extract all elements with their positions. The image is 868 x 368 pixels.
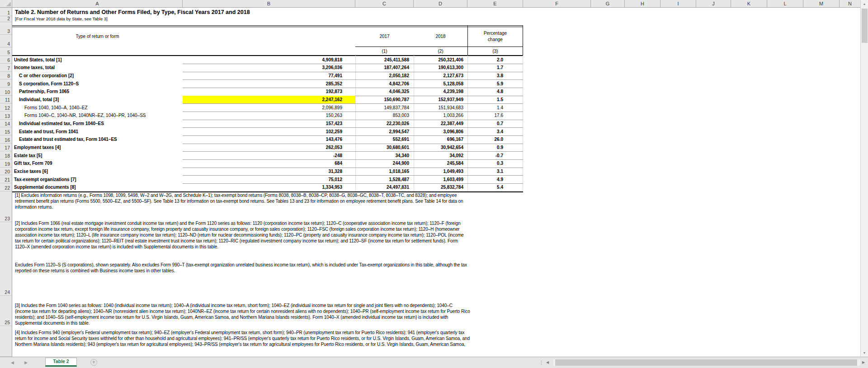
rule-table-bottom — [12, 191, 523, 192]
cell-diff: 4,909,818 — [322, 56, 343, 64]
pct-col-right-border — [523, 25, 523, 55]
cell-2018: 696,167 — [447, 135, 463, 144]
cell-2017: 22,230,026 — [387, 120, 409, 128]
cell-2018: 22,387,449 — [441, 120, 463, 128]
row-header-8[interactable]: 8 — [0, 72, 12, 80]
row-header-14[interactable]: 14 — [0, 120, 12, 128]
column-header-a[interactable]: A — [12, 0, 183, 7]
tab-scroll-splitter-icon[interactable]: ⋮ — [539, 357, 544, 368]
vertical-scroll-thumb[interactable] — [862, 9, 868, 43]
table-row-10[interactable]: Partnership, Form 1065192,8734,046,3254,… — [12, 88, 523, 96]
sheet-nav-left-icon[interactable]: ◀ — [11, 357, 14, 368]
row-header-24[interactable]: 24 — [0, 222, 12, 296]
footnote-line-fn4: [4] Includes Forms 940 (employer's Feder… — [15, 330, 464, 335]
row-header-22[interactable]: 22 — [0, 183, 12, 191]
table-row-17[interactable]: Employment taxes [4]262,05330,680,60130,… — [12, 144, 523, 152]
row-header-18[interactable]: 18 — [0, 151, 12, 159]
cell-2018: 190,613,300 — [438, 64, 463, 72]
row-header-7[interactable]: 7 — [0, 64, 12, 72]
row-header-9[interactable]: 9 — [0, 79, 12, 88]
sheet-nav-right-icon[interactable]: ▶ — [24, 357, 28, 368]
row-header-12[interactable]: 12 — [0, 103, 12, 112]
footnote-line-fn3: Supplemental documents in this table. — [15, 321, 90, 326]
row-header-6[interactable]: 6 — [0, 56, 12, 64]
footnote-line-fn2: [2] Includes Form 1066 (real estate mort… — [15, 221, 461, 226]
row-header-19[interactable]: 19 — [0, 159, 12, 168]
cell-diff: 143,476 — [326, 135, 342, 144]
row-header-25[interactable]: 25 — [0, 296, 12, 326]
row-header-17[interactable]: 17 — [0, 144, 12, 152]
table-row-21[interactable]: Tax-exempt organizations [7]75,0121,528,… — [12, 175, 523, 183]
cell-type-label: Forms 1040–C, 1040–NR, 1040NR–EZ, 1040–P… — [24, 112, 146, 120]
table-row-12[interactable]: Forms 1040, 1040–A, 1040–EZ2,096,899149,… — [12, 103, 523, 112]
vertical-scrollbar[interactable]: ▲ ▼ — [860, 0, 868, 357]
column-header-n[interactable]: N — [840, 0, 861, 7]
cell-2018: 245,584 — [447, 159, 463, 168]
row-header-partial[interactable] — [0, 326, 12, 357]
cell-diff: 192,873 — [326, 88, 342, 96]
cell-2017: 24,497,831 — [387, 183, 409, 191]
footnote-line-fn1: [1] Excludes information returns (e.g., … — [15, 193, 457, 198]
column-header-k[interactable]: K — [731, 0, 767, 7]
column-header-f[interactable]: F — [523, 0, 591, 7]
table-row-16[interactable]: Estate and trust estimated tax, Form 104… — [12, 135, 523, 144]
column-header-j[interactable]: J — [696, 0, 731, 7]
table-row-7[interactable]: Income taxes, total3,206,036187,407,2641… — [12, 64, 523, 72]
row-header-3[interactable]: 3 — [0, 22, 12, 35]
cell-diff: 31,328 — [328, 168, 342, 176]
table-row-22[interactable]: Supplemental documents [8]1,334,95324,49… — [12, 183, 523, 191]
cell-2017: 1,528,487 — [389, 175, 410, 183]
column-header-l[interactable]: L — [767, 0, 803, 7]
column-header-g[interactable]: G — [591, 0, 625, 7]
table-row-20[interactable]: Excise taxes [6]31,3281,018,1651,049,493… — [12, 168, 523, 176]
scroll-down-icon[interactable]: ▼ — [861, 349, 868, 357]
excel-window: ABCDEFGHIJKLMN 1234567891011121314151617… — [0, 0, 868, 368]
row-header-15[interactable]: 15 — [0, 127, 12, 135]
cell-type-label: Supplemental documents [8] — [14, 183, 76, 191]
column-header-h[interactable]: H — [625, 0, 660, 7]
row-header-21[interactable]: 21 — [0, 175, 12, 183]
column-header-c[interactable]: C — [355, 0, 414, 7]
cell-2018: 250,321,406 — [438, 56, 463, 64]
row-header-2[interactable]: 2 — [0, 16, 12, 22]
footnote-line-fn4: Northern Mariana Islands residents); 943… — [15, 342, 465, 347]
table-row-8[interactable]: C or other corporation [2]77,4912,050,18… — [12, 72, 523, 80]
row-header-20[interactable]: 20 — [0, 168, 12, 176]
table-row-18[interactable]: Estate tax [5]-24834,34034,092-0.7 — [12, 151, 523, 159]
cell-type-label: Employment taxes [4] — [14, 144, 61, 152]
horizontal-scroll-thumb[interactable] — [555, 359, 857, 366]
table-row-13[interactable]: Forms 1040–C, 1040–NR, 1040NR–EZ, 1040–P… — [12, 112, 523, 120]
table-row-19[interactable]: Gift tax, Form 709684244,900245,5840.3 — [12, 159, 523, 168]
table-row-14[interactable]: Individual estimated tax, Form 1040–ES15… — [12, 120, 523, 128]
table-row-6[interactable]: United States, total [1]4,909,818245,411… — [12, 56, 523, 64]
scroll-right-icon[interactable]: ▶ — [862, 357, 865, 368]
cell-diff: 75,012 — [328, 175, 342, 183]
scroll-up-icon[interactable]: ▲ — [861, 0, 868, 8]
cell-pct: 3.8 — [497, 72, 503, 80]
column-header-b[interactable]: B — [183, 0, 355, 7]
column-header-d[interactable]: D — [414, 0, 467, 7]
row-header-16[interactable]: 16 — [0, 135, 12, 144]
row-header-4[interactable]: 4 — [0, 35, 12, 47]
table-row-11[interactable]: Individual, total [3]2,247,162150,690,78… — [12, 96, 523, 104]
table-row-9[interactable]: S corporation, Form 1120–S285,3524,842,7… — [12, 79, 523, 88]
column-header-e[interactable]: E — [467, 0, 523, 7]
table-row-15[interactable]: Estate and trust, Form 1041102,2592,994,… — [12, 127, 523, 135]
column-header-i[interactable]: I — [660, 0, 696, 7]
cell-type-label: Tax-exempt organizations [7] — [14, 175, 76, 183]
row-header-23[interactable]: 23 — [0, 191, 12, 222]
row-header-13[interactable]: 13 — [0, 112, 12, 120]
cell-2017: 2,994,547 — [389, 127, 410, 135]
sheet-tab-table-2[interactable]: Table 2 — [45, 358, 77, 367]
cell-diff: 2,247,162 — [322, 96, 343, 104]
new-sheet-icon[interactable]: + — [90, 359, 97, 366]
row-header-11[interactable]: 11 — [0, 96, 12, 104]
scroll-left-icon[interactable]: ◀ — [546, 357, 549, 368]
cell-2017: 245,411,588 — [384, 56, 409, 64]
row-header-5[interactable]: 5 — [0, 47, 12, 56]
row-header-10[interactable]: 10 — [0, 88, 12, 96]
cell-pct: 3.4 — [497, 127, 503, 135]
column-header-m[interactable]: M — [803, 0, 840, 7]
select-all-corner[interactable] — [0, 0, 12, 7]
row-header-1[interactable]: 1 — [0, 8, 12, 16]
